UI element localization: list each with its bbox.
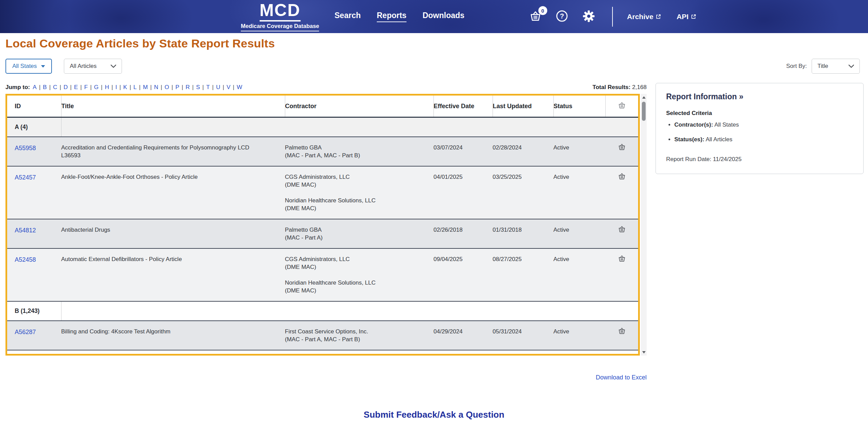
nav-search[interactable]: Search [334,11,361,22]
total-results: Total Results: 2,168 [593,84,647,91]
report-information-title[interactable]: Report Information » [666,92,853,101]
jump-separator: | [150,84,152,90]
jump-letter-P[interactable]: P [175,84,179,90]
table-row: A52458Automatic External Defibrillators … [7,248,638,301]
download-to-excel-link[interactable]: Download to Excel [596,374,647,381]
jump-letter-C[interactable]: C [53,84,57,90]
help-button[interactable]: ? [556,10,568,23]
article-id-link[interactable]: A52457 [15,174,36,181]
triangle-up-icon [642,96,646,99]
contractor-line: Noridian Healthcare Solutions, LLC [285,197,429,205]
mcd-logo[interactable]: MCD Medicare Coverage Database [241,2,319,31]
jump-separator: | [161,84,162,90]
jump-letter-U[interactable]: U [216,84,220,90]
add-to-basket-button[interactable] [617,172,626,182]
article-id-cell: A54812 [7,219,61,248]
link-archive[interactable]: Archive [627,13,661,21]
results-table-head: IDTitleContractorEffective DateLast Upda… [7,96,638,117]
link-api[interactable]: API [677,13,696,21]
jump-letter-D[interactable]: D [64,84,68,90]
contractor-line [285,189,429,197]
contractor-line: (MAC - Part A, MAC - Part B) [285,152,429,160]
table-row: A54812Antibacterial DrugsPalmetto GBA(MA… [7,219,638,248]
effective-date-cell: 04/29/2024 [433,321,493,350]
column-header-last-updated[interactable]: Last Updated [493,96,553,117]
jump-letter-H[interactable]: H [105,84,109,90]
jump-letter-L[interactable]: L [134,84,137,90]
main-nav: SearchReportsDownloads [334,11,464,22]
criteria-item: Contractor(s): All States [674,121,853,128]
jump-letter-K[interactable]: K [123,84,127,90]
jump-separator: | [49,84,51,90]
effective-date-cell: 03/07/2024 [433,137,493,166]
jump-letter-E[interactable]: E [74,84,78,90]
article-id-link[interactable]: A55958 [15,145,36,152]
column-header-effective-date[interactable]: Effective Date [433,96,493,117]
scrollbar-down-arrow[interactable] [641,349,647,356]
scrollbar-up-arrow[interactable] [641,94,647,101]
caret-down-icon [41,65,45,68]
add-to-basket-button[interactable] [617,225,626,234]
jump-letter-S[interactable]: S [196,84,200,90]
contractor-cell: First Coast Service Options, Inc.(MAC - … [285,321,433,350]
sort-by-label: Sort By: [786,63,807,70]
column-header-status[interactable]: Status [553,96,605,117]
scrollbar-thumb[interactable] [642,102,646,121]
triangle-down-icon [642,351,646,354]
status-cell: Active [553,321,605,350]
contractor-cell: Palmetto GBA(MAC - Part A, MAC - Part B) [285,137,433,166]
submit-feedback-link[interactable]: Submit Feedback/Ask a Question [364,409,505,420]
nav-downloads[interactable]: Downloads [423,11,465,22]
add-to-basket-button[interactable] [617,327,626,336]
nav-reports[interactable]: Reports [377,11,407,22]
jump-separator: | [223,84,224,90]
selected-criteria-title: Selected Criteria [666,110,853,117]
basket-button[interactable]: 0 [529,11,541,23]
contractor-cell: CGS Administrators, LLC(DME MAC) Noridia… [285,248,433,301]
settings-button[interactable] [582,10,595,24]
column-header-contractor[interactable]: Contractor [285,96,433,117]
article-id-cell: A56287 [7,321,61,350]
jump-letter-A[interactable]: A [33,84,37,90]
column-header-basket[interactable] [605,96,638,117]
last-updated-cell: 03/25/2025 [493,166,553,219]
jump-letter-V[interactable]: V [226,84,230,90]
jump-letter-I[interactable]: I [115,84,117,90]
jump-letter-N[interactable]: N [154,84,158,90]
contractor-line: (MAC - Part A, MAC - Part B) [285,336,429,344]
jump-separator: | [129,84,131,90]
article-id-link[interactable]: A52458 [15,256,36,263]
jump-letter-O[interactable]: O [165,84,169,90]
jump-letter-R[interactable]: R [185,84,190,90]
external-link-label: API [677,13,689,21]
jump-separator: | [192,84,193,90]
column-header-id[interactable]: ID [7,96,61,117]
chevron-down-icon [849,63,854,70]
jump-separator: | [119,84,121,90]
add-to-basket-button[interactable] [617,143,626,152]
article-id-link[interactable]: A54812 [15,227,36,234]
column-header-title[interactable]: Title [61,96,285,117]
gear-icon [582,18,595,24]
jump-separator: | [60,84,61,90]
jump-letter-T[interactable]: T [206,84,210,90]
contractor-line: First Coast Service Options, Inc. [285,328,429,336]
add-to-basket-button[interactable] [617,254,626,264]
sort-by-dropdown[interactable]: Title [812,59,860,74]
states-dropdown[interactable]: All States [5,59,52,74]
jump-separator: | [182,84,183,90]
table-scrollbar[interactable] [641,94,647,356]
header-external-links: Archive API [627,13,696,21]
jump-letter-B[interactable]: B [43,84,47,90]
jump-letter-G[interactable]: G [94,84,98,90]
table-row: A55958Accreditation and Credentialing Re… [7,137,638,166]
jump-to-row: Jump to:A|B|C|D|E|F|G|H|I|K|L|M|N|O|P|R|… [5,84,242,91]
article-id-link[interactable]: A56287 [15,329,36,335]
effective-date-cell: 02/26/2018 [433,219,493,248]
jump-letter-M[interactable]: M [143,84,148,90]
articles-dropdown[interactable]: All Articles [64,59,122,74]
jump-letter-W[interactable]: W [237,84,242,90]
jump-letter-F[interactable]: F [84,84,87,90]
header-row: IDTitleContractorEffective DateLast Upda… [7,96,638,117]
article-title-cell: Automatic External Defibrillators - Poli… [61,248,285,301]
